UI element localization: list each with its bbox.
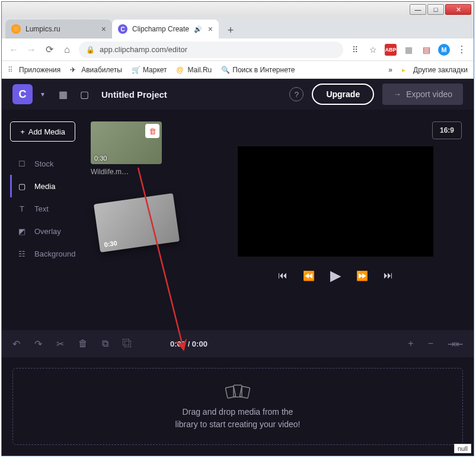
- timeline-dropzone[interactable]: Drag and drop media from the library to …: [12, 368, 463, 445]
- overlay-icon: ◩: [17, 227, 27, 236]
- media-cards-icon: [223, 382, 253, 400]
- translate-icon[interactable]: ⠿: [349, 44, 361, 56]
- tab-label: Clipchamp Create: [132, 25, 189, 33]
- document-icon[interactable]: ▢: [80, 89, 93, 100]
- window-titlebar: — □ ✕: [2, 2, 474, 17]
- preview-panel: 16:9 ⏮ ⏪ ▶ ⏩ ⏭: [191, 110, 474, 330]
- address-bar: ← → ⟳ ⌂ 🔒 app.clipchamp.com/editor ⠿ ☆ A…: [2, 39, 474, 61]
- thumbnail-duration: 0:30: [94, 155, 107, 162]
- export-arrow-icon: →: [393, 89, 401, 99]
- profile-avatar[interactable]: M: [438, 44, 450, 56]
- mail-bookmark[interactable]: @Mail.Ru: [177, 66, 212, 74]
- forward-button[interactable]: →: [25, 44, 37, 56]
- forward-button[interactable]: ⏩: [356, 270, 368, 281]
- favicon-clipchamp: C: [118, 24, 127, 34]
- plus-icon: +: [20, 127, 25, 136]
- more-bookmarks[interactable]: »: [388, 66, 392, 74]
- window-minimize-button[interactable]: —: [410, 4, 426, 15]
- aspect-ratio-button[interactable]: 16:9: [432, 121, 462, 139]
- timeline-time: 0:00 / 0:00: [170, 340, 207, 348]
- cut-button[interactable]: ✂: [56, 338, 64, 350]
- bookmarks-bar: ⠿Приложения ✈Авиабилеты 🛒Маркет @Mail.Ru…: [2, 61, 474, 79]
- reload-button[interactable]: ⟳: [43, 44, 55, 56]
- media-panel: 🗑 0:30 Wildlife.m… 0:30: [91, 110, 191, 330]
- playback-controls: ⏮ ⏪ ▶ ⏩ ⏭: [209, 267, 462, 284]
- project-title[interactable]: Untitled Project: [101, 89, 281, 100]
- filmstrip-icon[interactable]: ▦: [59, 89, 72, 100]
- add-media-button[interactable]: + Add Media: [10, 121, 75, 142]
- delete-thumbnail-button[interactable]: 🗑: [145, 124, 159, 138]
- folder-icon: ▸: [402, 66, 410, 74]
- fit-button[interactable]: ⇥⇤: [448, 338, 463, 350]
- media-thumbnail[interactable]: 🗑 0:30: [91, 121, 162, 164]
- play-button[interactable]: ▶: [330, 267, 341, 284]
- adblock-icon[interactable]: ABP: [385, 44, 397, 56]
- plane-icon: ✈: [70, 66, 78, 74]
- trash-icon: 🗑: [149, 127, 156, 136]
- back-button[interactable]: ←: [8, 44, 20, 56]
- logo-dropdown-icon[interactable]: ▾: [41, 90, 50, 98]
- avia-bookmark[interactable]: ✈Авиабилеты: [70, 66, 122, 74]
- upgrade-button[interactable]: Upgrade: [312, 84, 374, 105]
- window-maximize-button[interactable]: □: [427, 4, 444, 15]
- apps-bookmark[interactable]: ⠿Приложения: [8, 66, 60, 74]
- clipchamp-app: C ▾ ▦ ▢ Untitled Project ? Upgrade → Exp…: [2, 79, 474, 456]
- lock-icon: 🔒: [86, 46, 95, 54]
- timeline-toolbar: ↶ ↷ ✂ 🗑 ⧉ ⿻ 0:00 / 0:00 + − ⇥⇤: [2, 330, 474, 357]
- app-logo[interactable]: C: [12, 84, 33, 104]
- window-close-button[interactable]: ✕: [445, 4, 471, 15]
- other-bookmarks[interactable]: ▸Другие закладки: [402, 66, 468, 74]
- copy-button[interactable]: ⧉: [102, 338, 108, 349]
- null-badge: null: [454, 444, 471, 453]
- undo-button[interactable]: ↶: [12, 338, 20, 350]
- home-button[interactable]: ⌂: [61, 44, 73, 56]
- help-button[interactable]: ?: [289, 87, 304, 101]
- app-header: C ▾ ▦ ▢ Untitled Project ? Upgrade → Exp…: [2, 79, 474, 110]
- market-bookmark[interactable]: 🛒Маркет: [132, 66, 167, 74]
- redo-button[interactable]: ↷: [34, 338, 42, 350]
- pdf-icon[interactable]: ▤: [420, 44, 432, 56]
- dragging-clip-duration: 0:30: [104, 239, 117, 248]
- menu-button[interactable]: ⋮: [456, 44, 468, 56]
- duplicate-button[interactable]: ⿻: [123, 338, 132, 349]
- sidebar-item-overlay[interactable]: ◩Overlay: [10, 220, 91, 242]
- export-button[interactable]: → Export video: [382, 84, 463, 105]
- tab-close-icon[interactable]: ×: [101, 24, 106, 34]
- video-preview[interactable]: [238, 146, 433, 257]
- browser-tab-clipchamp[interactable]: C Clipchamp Create 🔊 ×: [112, 20, 219, 39]
- mail-icon: @: [177, 66, 185, 74]
- thumbnail-filename: Wildlife.m…: [91, 168, 186, 176]
- skip-start-button[interactable]: ⏮: [278, 270, 287, 281]
- sidebar: + Add Media ☐Stock ▢Media TText ◩Overlay…: [2, 110, 91, 330]
- svg-rect-2: [239, 386, 250, 399]
- box-icon: ☐: [17, 159, 27, 168]
- star-icon[interactable]: ☆: [367, 44, 379, 56]
- tab-audio-icon[interactable]: 🔊: [194, 25, 202, 33]
- text-icon: T: [17, 204, 27, 213]
- extension-icon[interactable]: ▦: [402, 44, 414, 56]
- sidebar-item-media[interactable]: ▢Media: [10, 175, 91, 197]
- url-field[interactable]: 🔒 app.clipchamp.com/editor: [79, 41, 343, 58]
- file-icon: ▢: [17, 182, 27, 191]
- favicon-lumpics: [11, 24, 21, 34]
- skip-end-button[interactable]: ⏭: [384, 270, 393, 281]
- zoom-out-button[interactable]: −: [428, 338, 433, 349]
- tab-close-icon[interactable]: ×: [208, 24, 213, 34]
- browser-tab-lumpics[interactable]: Lumpics.ru ×: [5, 20, 112, 39]
- dragging-clip[interactable]: 0:30: [94, 193, 180, 252]
- tab-label: Lumpics.ru: [25, 25, 60, 33]
- sidebar-item-text[interactable]: TText: [10, 197, 91, 220]
- sidebar-item-background[interactable]: ☷Background: [10, 242, 91, 265]
- search-icon: 🔍: [221, 66, 229, 74]
- search-bookmark[interactable]: 🔍Поиск в Интернете: [221, 66, 295, 74]
- zoom-in-button[interactable]: +: [408, 338, 413, 349]
- new-tab-button[interactable]: +: [222, 22, 239, 39]
- rewind-button[interactable]: ⏪: [303, 270, 315, 281]
- delete-button[interactable]: 🗑: [78, 338, 88, 349]
- url-text: app.clipchamp.com/editor: [100, 45, 187, 54]
- sidebar-item-stock[interactable]: ☐Stock: [10, 152, 91, 175]
- apps-icon: ⠿: [8, 66, 16, 74]
- layers-icon: ☷: [17, 249, 27, 258]
- browser-tabs: Lumpics.ru × C Clipchamp Create 🔊 × +: [2, 17, 474, 39]
- cart-icon: 🛒: [132, 66, 140, 74]
